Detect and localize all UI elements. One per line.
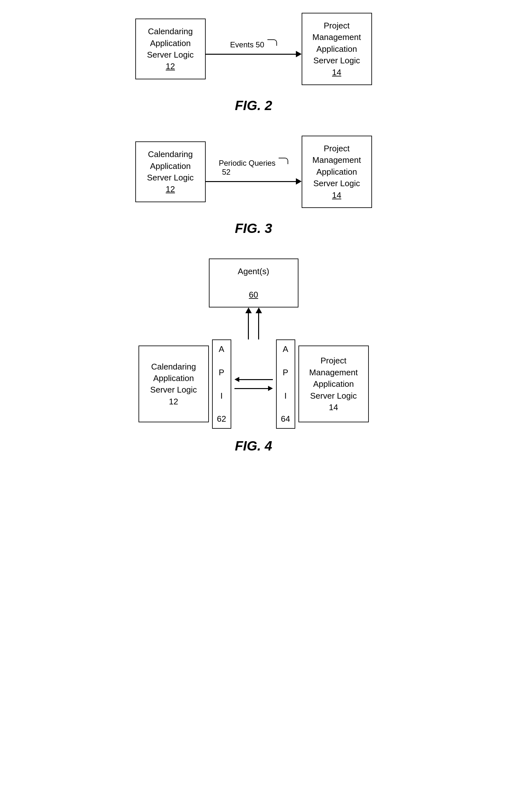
- fig2-arrow-container: Events 50: [206, 40, 302, 57]
- fig2-arrow-head: [296, 51, 302, 57]
- fig4-section: Agent(s) 60 Calendaring Applica: [19, 259, 488, 457]
- fig2-arrow-shaft: [206, 54, 296, 55]
- fig3-arrow-head: [296, 178, 302, 184]
- fig4-v-arrow-right: [257, 308, 261, 339]
- fig4-arrowhead-up-right: [256, 308, 262, 313]
- fig2-right-box: Project Management Application Server Lo…: [302, 13, 372, 85]
- fig4-arrowhead-up-left: [245, 308, 252, 313]
- fig4-right-arrow: [234, 386, 273, 391]
- fig3-left-text: Calendaring Application Server Logic 12: [147, 149, 194, 195]
- fig4-container: Agent(s) 60 Calendaring Applica: [19, 259, 488, 429]
- fig3-arrow-label: Periodic Queries 52: [219, 159, 288, 177]
- fig2-diagram: Calendaring Application Server Logic 12 …: [19, 13, 488, 85]
- fig4-top: Agent(s) 60: [209, 259, 298, 308]
- fig3-left-box: Calendaring Application Server Logic 12: [135, 142, 206, 202]
- fig4-bidir-arrows: [231, 377, 276, 391]
- fig3-arrow-container: Periodic Queries 52: [206, 159, 302, 184]
- fig2-right-text: Project Management Application Server Lo…: [313, 20, 361, 78]
- fig4-agent-box: Agent(s) 60: [209, 259, 298, 308]
- fig4-api62-box: A P I 62: [212, 339, 231, 429]
- fig3-arrow-shaft: [206, 181, 296, 182]
- fig4-vshaft-right: [258, 313, 259, 339]
- fig4-bottom-row: Calendaring Application Server Logic 12 …: [138, 339, 369, 429]
- fig4-arrowhead-right: [268, 386, 273, 391]
- fig4-right-box: Project Management Application Server Lo…: [298, 345, 369, 422]
- fig3-label: FIG. 3: [235, 221, 272, 236]
- fig2-arrow-line: [206, 51, 302, 57]
- fig2-left-box: Calendaring Application Server Logic 12: [135, 18, 206, 79]
- fig2-left-text: Calendaring Application Server Logic 12: [147, 25, 194, 72]
- fig2-arrow-label: Events 50: [230, 40, 277, 49]
- fig4-label: FIG. 4: [235, 438, 272, 454]
- fig3-arrow-line: [206, 178, 302, 184]
- fig3-right-text: Project Management Application Server Lo…: [313, 143, 361, 201]
- fig4-vertical-arrows: [246, 308, 261, 339]
- fig2-label: FIG. 2: [235, 98, 272, 113]
- fig4-v-arrow-left: [246, 308, 250, 339]
- fig3-right-box: Project Management Application Server Lo…: [302, 136, 372, 208]
- fig4-shaft-right: [234, 388, 268, 389]
- fig3-diagram: Calendaring Application Server Logic 12 …: [19, 136, 488, 208]
- fig4-shaft-left: [239, 379, 273, 380]
- fig4-arrowhead-left: [234, 377, 239, 382]
- fig4-vshaft-left: [248, 313, 249, 339]
- fig4-api64-box: A P I 64: [276, 339, 295, 429]
- fig2-section: Calendaring Application Server Logic 12 …: [19, 13, 488, 116]
- fig4-left-box: Calendaring Application Server Logic 12: [138, 345, 209, 422]
- fig3-section: Calendaring Application Server Logic 12 …: [19, 136, 488, 239]
- fig4-left-arrow: [234, 377, 273, 382]
